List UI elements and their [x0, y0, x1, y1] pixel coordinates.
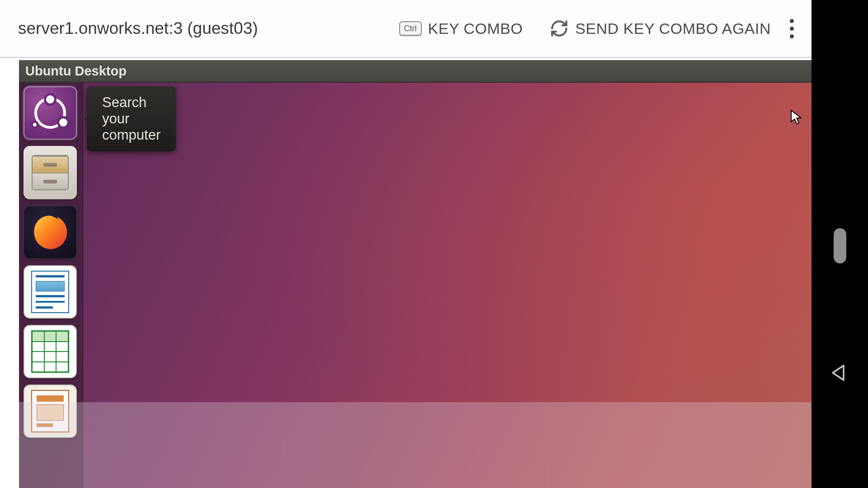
key-combo-button[interactable]: Ctrl KEY COMBO — [386, 20, 537, 38]
launcher-dash-button[interactable] — [24, 86, 77, 140]
launcher-firefox-button[interactable] — [24, 206, 77, 259]
overlay-cell — [283, 402, 547, 488]
overlay-cell — [547, 402, 811, 488]
launcher-writer-button[interactable] — [24, 265, 77, 319]
launcher-calc-button[interactable] — [24, 325, 77, 378]
dot-icon — [790, 27, 794, 31]
send-again-label: SEND KEY COMBO AGAIN — [575, 20, 771, 38]
viewer-toolbar: server1.onworks.net:3 (guest03) Ctrl KEY… — [0, 0, 811, 58]
refresh-icon — [550, 19, 569, 38]
connection-address: server1.onworks.net:3 (guest03) — [0, 19, 386, 38]
remote-desktop-viewport[interactable]: Ubuntu Desktop Search your computer — [19, 60, 811, 488]
writer-icon — [31, 271, 69, 313]
menu-bar-title: Ubuntu Desktop — [25, 64, 127, 79]
file-manager-icon — [32, 155, 69, 190]
android-back-button[interactable] — [830, 364, 848, 384]
ubuntu-desktop-wallpaper[interactable]: Search your computer — [19, 83, 811, 488]
more-options-button[interactable] — [784, 19, 811, 38]
scrollbar-thumb[interactable] — [834, 228, 846, 263]
dot-icon — [790, 19, 794, 23]
launcher-files-button[interactable] — [24, 146, 77, 199]
dot-icon — [790, 34, 794, 38]
calc-icon — [31, 330, 69, 373]
send-key-combo-again-button[interactable]: SEND KEY COMBO AGAIN — [536, 19, 784, 38]
overlay-cell — [19, 402, 283, 488]
overlay-strip — [19, 402, 811, 488]
key-combo-label: KEY COMBO — [428, 20, 523, 38]
device-frame-right — [811, 0, 868, 488]
ubuntu-logo-icon — [34, 97, 66, 129]
ubuntu-menu-bar[interactable]: Ubuntu Desktop — [19, 60, 811, 83]
firefox-icon — [29, 211, 71, 253]
mouse-cursor-icon — [791, 110, 802, 125]
ctrl-key-icon: Ctrl — [399, 21, 422, 36]
launcher-tooltip: Search your computer — [87, 86, 176, 151]
